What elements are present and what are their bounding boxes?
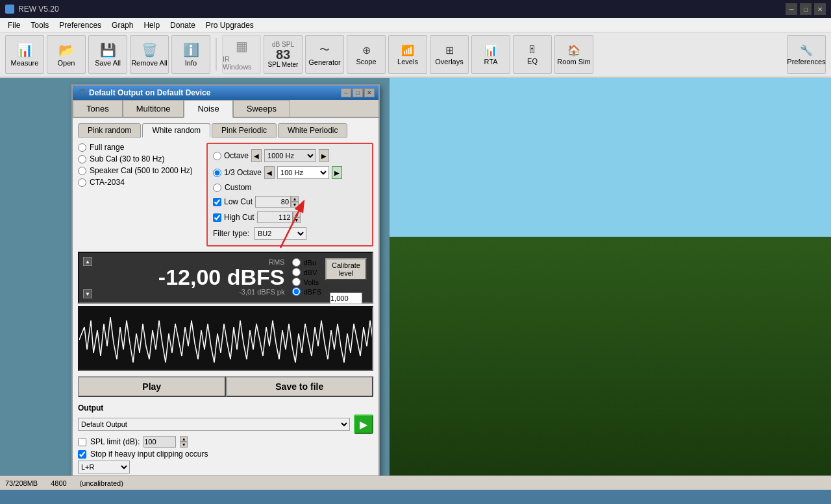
menu-donate[interactable]: Donate <box>165 19 201 31</box>
sub-cal-option[interactable]: Sub Cal (30 to 80 Hz) <box>78 154 201 163</box>
dbv-radio[interactable] <box>292 268 301 276</box>
ir-windows-button[interactable]: ▦ IR Windows <box>222 35 261 74</box>
calibrate-group: Calibrate level FS sine Vrms <box>325 258 367 304</box>
eq-button[interactable]: 🎚 EQ <box>513 35 552 74</box>
play-button[interactable]: Play <box>78 376 226 397</box>
dbfs-option[interactable]: dBFS <box>292 287 321 296</box>
info-icon: ℹ️ <box>183 42 199 58</box>
dialog-body: Pink random White random Pink Periodic W… <box>73 118 378 479</box>
title-bar-controls[interactable]: ─ □ ✕ <box>786 3 826 15</box>
scope-button[interactable]: ⊕ Scope <box>347 35 386 74</box>
sub-tab-pink-random[interactable]: Pink random <box>78 123 141 138</box>
channel-select[interactable]: L+R L R <box>78 461 130 474</box>
fs-value-input[interactable] <box>330 293 362 304</box>
tab-tones[interactable]: Tones <box>73 100 123 117</box>
custom-radio[interactable] <box>213 184 221 192</box>
speaker-cal-label: Speaker Cal (500 to 2000 Hz) <box>90 166 193 175</box>
spl-meter-button[interactable]: dB SPL 83 SPL Meter <box>264 35 303 74</box>
info-label: Info <box>185 59 197 67</box>
sub-tabs: Pink random White random Pink Periodic W… <box>78 123 373 138</box>
menu-preferences[interactable]: Preferences <box>54 19 106 31</box>
cta-option[interactable]: CTA-2034 <box>78 178 201 187</box>
sub-tab-white-random[interactable]: White random <box>142 123 210 138</box>
high-cut-input[interactable] <box>257 211 293 223</box>
spl-limit-checkbox[interactable] <box>78 438 86 446</box>
cta-radio[interactable] <box>78 178 86 187</box>
low-cut-down-button[interactable]: ▼ <box>291 202 299 208</box>
octave-next-button[interactable]: ▶ <box>319 149 329 162</box>
rta-icon: 📊 <box>484 44 497 56</box>
octave-prev-button[interactable]: ◀ <box>251 149 262 162</box>
save-all-button[interactable]: 💾 Save All <box>88 35 127 74</box>
filter-type-select[interactable]: BU2 <box>254 227 306 240</box>
info-button[interactable]: ℹ️ Info <box>171 35 210 74</box>
level-scroll-down[interactable]: ▼ <box>83 289 92 298</box>
menu-tools[interactable]: Tools <box>25 19 54 31</box>
menu-help[interactable]: Help <box>138 19 165 31</box>
dbfs-radio[interactable] <box>292 287 301 296</box>
tab-noise[interactable]: Noise <box>184 100 232 118</box>
spl-limit-down[interactable]: ▼ <box>180 442 188 448</box>
low-cut-input[interactable] <box>255 196 291 208</box>
low-cut-checkbox[interactable] <box>213 198 221 206</box>
cta-label: CTA-2034 <box>90 178 125 187</box>
dialog-window: 🎵 Default Output on Default Device ─ □ ✕… <box>71 84 380 480</box>
third-octave-prev-button[interactable]: ◀ <box>264 166 275 179</box>
spl-limit-up[interactable]: ▲ <box>180 436 188 442</box>
tab-sweeps[interactable]: Sweeps <box>233 100 290 117</box>
volts-option[interactable]: Volts <box>292 278 321 286</box>
measure-button[interactable]: 📊 Measure <box>5 35 44 74</box>
menu-pro-upgrades[interactable]: Pro Upgrades <box>201 19 259 31</box>
calibrate-button[interactable]: Calibrate level <box>325 258 367 280</box>
close-button[interactable]: ✕ <box>814 3 826 15</box>
menu-graph[interactable]: Graph <box>106 19 138 31</box>
overlays-button[interactable]: ⊞ Overlays <box>430 35 469 74</box>
volts-radio[interactable] <box>292 278 301 286</box>
octave-radio[interactable] <box>213 152 221 160</box>
sub-tab-pink-periodic[interactable]: Pink Periodic <box>212 123 277 138</box>
full-range-radio[interactable] <box>78 143 86 152</box>
levels-icon: 📶 <box>401 44 414 56</box>
save-to-file-button[interactable]: Save to file <box>226 376 374 397</box>
speaker-cal-radio[interactable] <box>78 167 86 175</box>
high-cut-up-button[interactable]: ▲ <box>293 211 301 217</box>
sub-tab-white-periodic[interactable]: White Periodic <box>278 123 347 138</box>
tab-multitone[interactable]: Multitone <box>123 100 184 117</box>
full-range-option[interactable]: Full range <box>78 143 201 152</box>
room-sim-button[interactable]: 🏠 Room Sim <box>554 35 593 74</box>
octave-select[interactable]: 1000 Hz <box>264 149 316 162</box>
open-button[interactable]: 📂 Open <box>47 35 86 74</box>
dialog-maximize-button[interactable]: □ <box>353 88 363 97</box>
output-select[interactable]: Default Output <box>78 418 350 431</box>
menu-file[interactable]: File <box>3 19 25 31</box>
levels-button[interactable]: 📶 Levels <box>388 35 427 74</box>
dbu-option[interactable]: dBu <box>292 258 321 267</box>
stop-clipping-checkbox[interactable] <box>78 450 86 459</box>
preferences-button[interactable]: 🔧 Preferences <box>787 35 826 74</box>
remove-all-button[interactable]: 🗑️ Remove All <box>130 35 169 74</box>
generator-icon: 〜 <box>319 43 330 57</box>
third-octave-select[interactable]: 100 Hz <box>277 166 329 179</box>
open-icon: 📂 <box>58 42 75 58</box>
play-output-button[interactable]: ▶ <box>354 414 373 434</box>
spl-limit-input[interactable] <box>143 436 176 448</box>
third-octave-next-button[interactable]: ▶ <box>332 166 342 179</box>
high-cut-down-button[interactable]: ▼ <box>293 217 301 223</box>
sub-cal-radio[interactable] <box>78 155 86 163</box>
dialog-close-button[interactable]: ✕ <box>364 88 375 97</box>
maximize-button[interactable]: □ <box>800 3 812 15</box>
level-scroll-up[interactable]: ▲ <box>83 257 92 266</box>
dbu-radio[interactable] <box>292 258 301 267</box>
dbv-option[interactable]: dBV <box>292 268 321 276</box>
high-cut-checkbox[interactable] <box>213 213 221 222</box>
speaker-cal-option[interactable]: Speaker Cal (500 to 2000 Hz) <box>78 166 201 175</box>
minimize-button[interactable]: ─ <box>786 3 797 15</box>
rta-button[interactable]: 📊 RTA <box>471 35 510 74</box>
third-octave-radio[interactable] <box>213 169 221 177</box>
unit-radio-group: dBu dBV Volts dBFS <box>292 258 321 296</box>
overlays-label: Overlays <box>435 58 463 66</box>
dialog-minimize-button[interactable]: ─ <box>341 88 351 97</box>
generator-button[interactable]: 〜 Generator <box>305 35 344 74</box>
low-cut-up-button[interactable]: ▲ <box>291 196 299 202</box>
dialog-title-controls[interactable]: ─ □ ✕ <box>341 88 375 97</box>
